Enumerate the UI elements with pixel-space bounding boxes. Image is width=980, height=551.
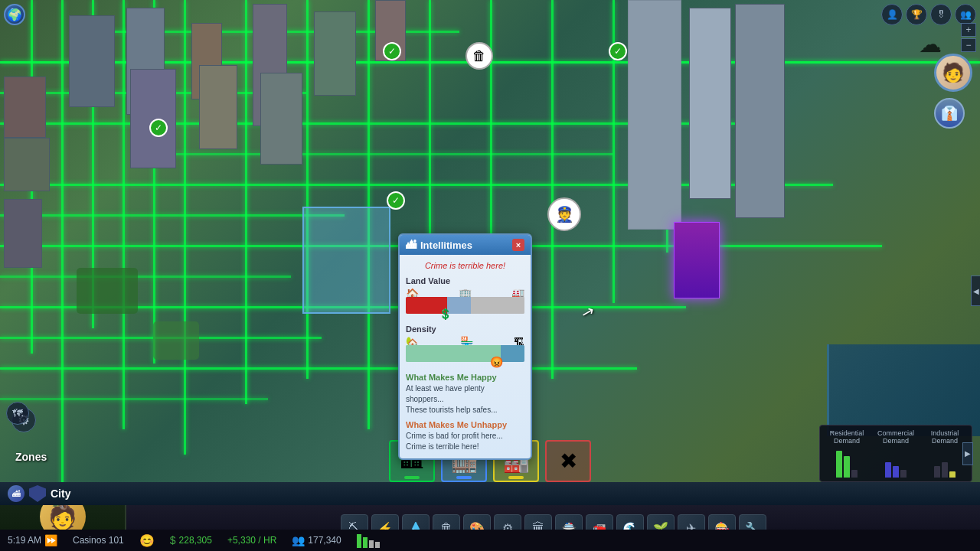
demand-expand-button[interactable]: ▶ (962, 442, 973, 465)
popup-header[interactable]: 🏙 Intellitimes × (400, 235, 531, 255)
achievements-button[interactable]: 🏆 (906, 4, 927, 25)
density-section: Density 🏡 🏪 🏗 😡 (406, 324, 524, 362)
shield-icon (29, 485, 46, 502)
happy-section: What Makes Me Happy At least we have ple… (406, 373, 524, 452)
commercial-demand: Commercial Demand (873, 429, 919, 478)
income-status: +5,330 / HR (227, 535, 276, 546)
happy-text: At least we have plenty shoppers...These… (406, 383, 524, 416)
city-icon: 🏙 (8, 485, 24, 502)
demand-panel: Residential Demand Commercial Demand Ind… (819, 425, 972, 482)
zones-label: Zones (15, 451, 47, 463)
zoom-in-button[interactable]: + (961, 23, 976, 37)
city-status-name[interactable]: Casinos 101 (73, 535, 124, 546)
left-buttons: 🗺 (6, 402, 29, 425)
population-status: 👥 177,340 (292, 534, 341, 546)
city-name-bar: 🏙 City (0, 482, 980, 505)
demolish-button[interactable]: ✖ (545, 440, 591, 482)
residential-demand: Residential Demand (824, 429, 870, 478)
map-overview-button[interactable]: 🗺 (6, 402, 29, 425)
res-demand-bars (836, 447, 858, 478)
friends-button[interactable]: 👤 (881, 4, 903, 25)
police-speech-bubble: 👮 (547, 197, 581, 231)
popup-title: 🏙 Intellitimes (406, 239, 472, 251)
industrial-demand: Industrial Demand (922, 429, 968, 478)
speed-controls[interactable]: ⏩ (44, 534, 57, 546)
trash-speech-bubble: 🗑 (466, 42, 493, 70)
happiness-status: 😊 (139, 533, 155, 548)
density-label: Density (406, 324, 524, 334)
side-panel-toggle[interactable]: ◀ (971, 276, 980, 306)
land-value-label: Land Value (406, 276, 524, 285)
crime-warning: Crime is terrible here! (406, 261, 524, 270)
mayor-button[interactable]: 👔 (934, 98, 965, 129)
land-value-bar: 💲 (406, 297, 524, 314)
city-name-label[interactable]: City (51, 487, 70, 500)
money-icon: $ (170, 534, 176, 546)
com-demand-bars (885, 447, 906, 478)
mini-progress-bars (357, 533, 380, 548)
intellitimes-popup: 🏙 Intellitimes × Crime is terrible here!… (398, 233, 532, 460)
ind-demand-bars (934, 447, 956, 478)
top-right-hud: 👤 🏆 🎖 👥 (881, 4, 976, 25)
land-value-section: Land Value 🏠 🏢 🏭 💲 (406, 276, 524, 314)
happy-title: What Makes Me Happy (406, 373, 524, 382)
popup-content: Crime is terrible here! Land Value 🏠 🏢 🏭… (400, 255, 531, 458)
globe-button[interactable]: 🌍 (4, 4, 25, 25)
money-status: $ 228,305 (170, 534, 212, 546)
time-display: 5:19 AM ⏩ (8, 534, 57, 546)
status-bar: 5:19 AM ⏩ Casinos 101 😊 $ 228,305 +5,330… (0, 530, 980, 551)
zoom-controls: + − (961, 23, 976, 52)
popup-close-button[interactable]: × (512, 239, 524, 251)
unhappy-title: What Makes Me Unhappy (406, 420, 524, 429)
unhappy-text: Crime is bad for profit here...Crime is … (406, 431, 524, 452)
medals-button[interactable]: 🎖 (930, 4, 952, 25)
zoom-out-button[interactable]: − (961, 38, 976, 52)
density-bar: 😡 (406, 345, 524, 362)
social-button[interactable]: 👥 (955, 4, 976, 25)
advisor-avatar: 🧑 ☁ 👔 (934, 54, 972, 129)
